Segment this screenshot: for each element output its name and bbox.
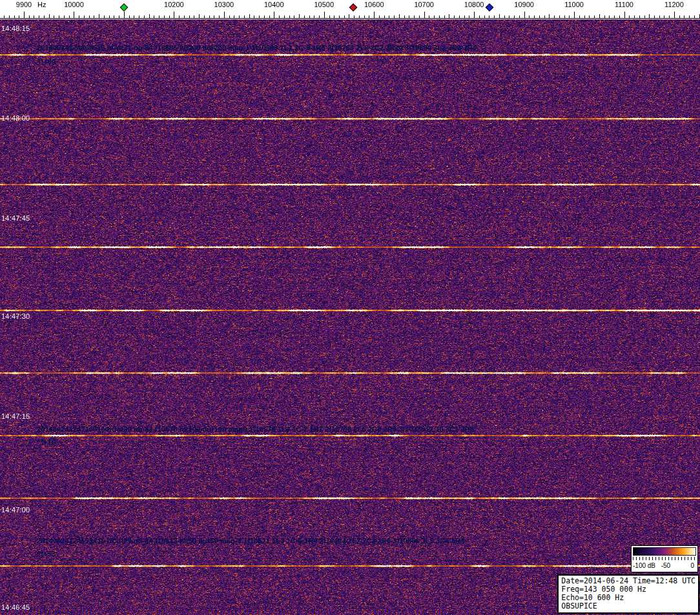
colorbar-labels: -100 dB -50 0: [633, 561, 696, 570]
freq-marker-blue[interactable]: [486, 3, 494, 12]
time-label: 14:48:15: [1, 25, 30, 32]
freq-tick-label: 11200: [664, 1, 684, 8]
info-line-station: OBSUPICE: [561, 602, 695, 610]
freq-tick-label: 10600: [364, 1, 384, 8]
freq-tick-label: 10200: [164, 1, 184, 8]
time-label: 14:47:00: [1, 506, 30, 514]
event-annotation: 20140624124809516 hCnt31 nb-84 f10586 hi…: [37, 44, 477, 52]
freq-tick-label: 10900: [514, 1, 534, 8]
colorbar-label-max: 0: [690, 562, 694, 569]
time-label: 14:47:30: [1, 312, 30, 320]
time-label: 14:46:45: [1, 603, 30, 611]
frequency-ruler[interactable]: Hz 9900100001020010300104001050010600107…: [0, 0, 700, 19]
freq-marker-red[interactable]: [349, 3, 357, 12]
event-annotation: 20140624124653416 hCnt29 nb-84 f10613 hi…: [37, 537, 464, 545]
freq-tick-label: 10500: [314, 1, 334, 8]
colorbar-gradient[interactable]: [633, 547, 696, 556]
colorbar-label-min: -100 dB: [633, 562, 655, 569]
spectrogram-app: Hz 9900100001020010300104001050010600107…: [0, 0, 700, 615]
event-annotation: 20140624124710616 hCnt30 nb-82 f10578 hi…: [37, 425, 474, 433]
time-label: 14:48:00: [1, 114, 30, 122]
event-annotation: ^t+10: [37, 438, 56, 446]
freq-tick-label: 10700: [414, 1, 434, 8]
freq-tick-label: 10300: [214, 1, 234, 8]
info-box: Date=2014-06-24 Time=12:48 UTC Freq=143 …: [557, 574, 699, 614]
spectrogram-waterfall-canvas[interactable]: [0, 0, 700, 615]
freq-marker-green[interactable]: [120, 3, 129, 12]
colorbar-ticks: [633, 557, 696, 560]
event-annotation: ^t+53: [37, 550, 56, 558]
freq-tick-label: 9900: [16, 1, 32, 8]
freq-tick-label: 10400: [264, 1, 284, 8]
colorbar-label-mid: -50: [661, 562, 670, 569]
event-annotation: ^t+09: [37, 58, 56, 66]
freq-tick-label: 10000: [64, 1, 84, 8]
freq-tick-label: 11000: [564, 1, 584, 8]
time-label: 14:47:45: [1, 214, 30, 222]
freq-unit-label: Hz: [37, 1, 46, 8]
freq-tick-label: 11100: [615, 1, 633, 8]
time-label: 14:47:15: [1, 412, 30, 420]
colorbar-legend: -100 dB -50 0: [631, 545, 698, 572]
freq-tick-label: 10800: [464, 1, 484, 8]
